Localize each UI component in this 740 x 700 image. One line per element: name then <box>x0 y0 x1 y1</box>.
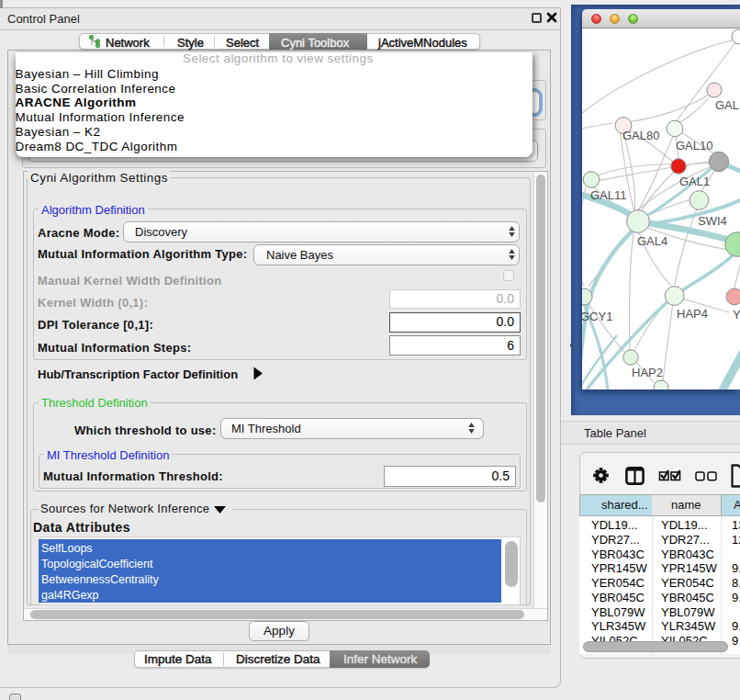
svg-text:GAL1: GAL1 <box>679 175 710 188</box>
svg-text:GAL: GAL <box>715 98 739 112</box>
svg-text:Y: Y <box>733 308 740 322</box>
svg-text:GAL10: GAL10 <box>676 139 712 152</box>
svg-text:GAL4: GAL4 <box>637 234 667 248</box>
svg-text:GAL11: GAL11 <box>590 188 627 202</box>
svg-text:SWI4: SWI4 <box>698 214 727 228</box>
svg-text:HAP4: HAP4 <box>677 307 708 321</box>
svg-text:GAL80: GAL80 <box>622 129 659 142</box>
svg-text:HAP2: HAP2 <box>632 366 663 379</box>
svg-text:GCY1: GCY1 <box>582 310 612 323</box>
